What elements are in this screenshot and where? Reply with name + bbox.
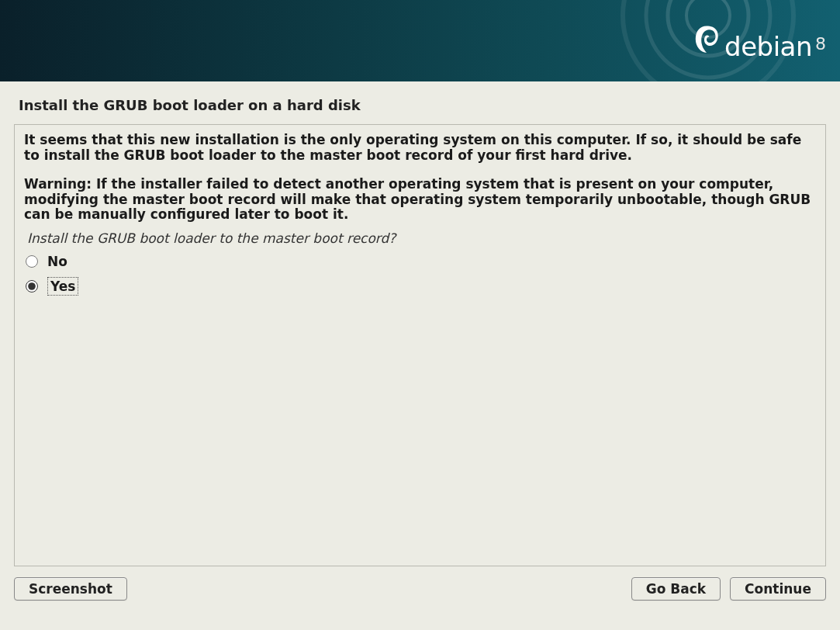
radio-label-yes: Yes	[47, 277, 78, 296]
screenshot-button[interactable]: Screenshot	[14, 577, 127, 601]
info-text: It seems that this new installation is t…	[24, 133, 816, 163]
radio-option-yes[interactable]: Yes	[24, 277, 816, 296]
debian-swirl-icon	[693, 23, 720, 56]
warning-text: Warning: If the installer failed to dete…	[24, 177, 816, 223]
debian-logo: debian 8	[693, 20, 826, 62]
logo-text: debian	[724, 31, 812, 62]
header-banner: debian 8	[0, 0, 840, 81]
radio-input-yes[interactable]	[26, 280, 38, 292]
radio-option-no[interactable]: No	[24, 254, 816, 269]
logo-version: 8	[815, 34, 826, 54]
radio-group: No Yes	[24, 254, 816, 296]
radio-label-no: No	[47, 254, 67, 269]
installer-page: Install the GRUB boot loader on a hard d…	[0, 81, 840, 566]
question-text: Install the GRUB boot loader to the mast…	[27, 230, 813, 246]
radio-input-no[interactable]	[26, 255, 38, 268]
page-title: Install the GRUB boot loader on a hard d…	[19, 97, 821, 113]
continue-button[interactable]: Continue	[730, 577, 826, 601]
content-panel: It seems that this new installation is t…	[14, 124, 826, 566]
button-bar: Screenshot Go Back Continue	[0, 566, 840, 611]
go-back-button[interactable]: Go Back	[631, 577, 721, 601]
